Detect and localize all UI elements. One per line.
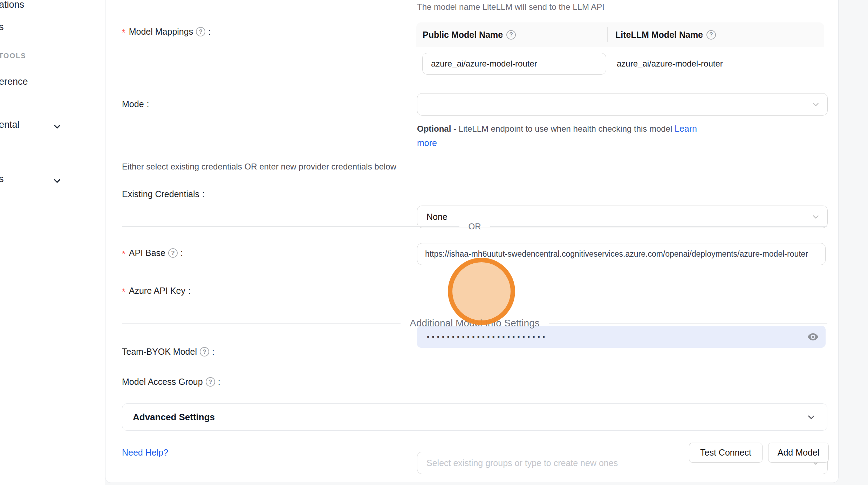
model-mappings-label: * Model Mappings ? : [122,27,211,37]
table-row: azure_ai/azure-model-router [416,47,824,80]
litellm-model-name-value: azure_ai/azure-model-router [617,59,723,69]
public-model-name-header: Public Model Name ? [416,30,607,40]
api-base-input[interactable] [417,243,826,265]
model-access-group-label: Model Access Group ? : [122,377,220,387]
help-icon[interactable]: ? [168,248,178,258]
litellm-model-name-header: LiteLLM Model Name ? [608,30,716,40]
required-asterisk: * [122,287,125,297]
model-access-group-placeholder: Select existing groups or type to create… [426,458,618,468]
model-access-group-select[interactable]: Select existing groups or type to create… [417,452,828,474]
add-model-button[interactable]: Add Model [768,443,829,463]
required-asterisk: * [122,249,125,259]
need-help-link[interactable]: Need Help? [122,448,168,458]
test-connect-button[interactable]: Test Connect [689,443,763,463]
chevron-down-icon [811,100,820,109]
api-base-label: * API Base ? : [122,248,183,258]
mode-select[interactable] [417,93,828,116]
team-byok-label: Team-BYOK Model ? : [122,347,214,357]
or-divider: OR [122,221,827,233]
existing-credentials-label: Existing Credentials : [122,189,205,199]
model-name-helper-text: The model name LiteLLM will send to the … [417,2,604,12]
help-icon[interactable]: ? [200,347,209,356]
table-header-row: Public Model Name ? LiteLLM Model Name ? [416,22,824,47]
model-mappings-table: Public Model Name ? LiteLLM Model Name ?… [416,22,824,80]
eye-icon[interactable] [806,330,820,344]
chevron-down-icon [806,412,816,422]
help-icon[interactable]: ? [706,30,716,40]
advanced-settings-toggle[interactable]: Advanced Settings [122,403,827,431]
mode-helper-text: Optional - LiteLLM endpoint to use when … [417,122,713,150]
masked-password-value: •••••••••••••••••••••••• [427,333,547,341]
azure-api-key-label: * Azure API Key : [122,286,191,296]
additional-settings-divider: Additional Model Info Settings [122,317,827,330]
chevron-down-icon [811,212,820,221]
mode-label: Mode : [122,99,149,109]
help-icon[interactable]: ? [196,27,205,36]
help-icon[interactable]: ? [506,30,516,40]
required-asterisk: * [122,28,125,38]
advanced-settings-title: Advanced Settings [133,412,215,423]
public-model-name-input[interactable] [422,53,606,75]
help-icon[interactable]: ? [206,377,215,387]
credentials-note: Either select existing credentials OR en… [122,162,396,172]
